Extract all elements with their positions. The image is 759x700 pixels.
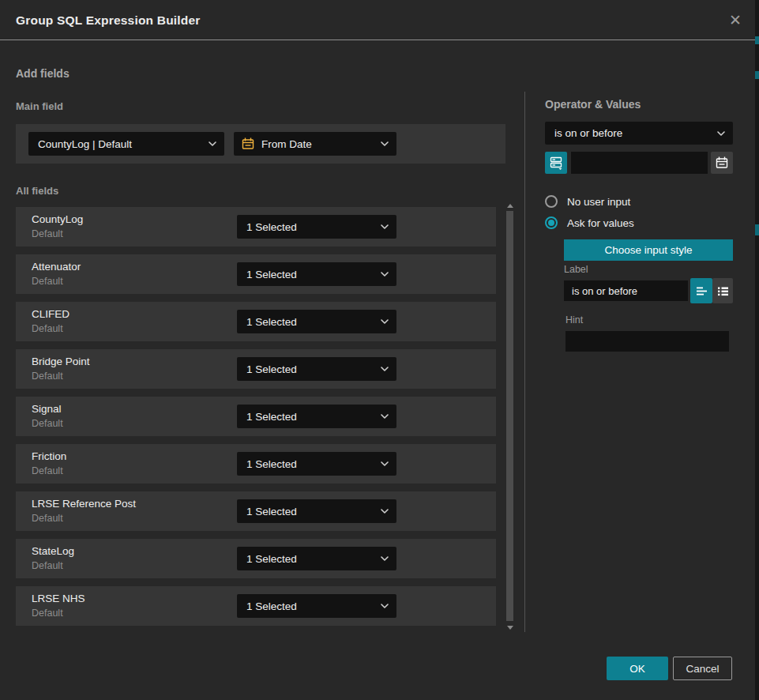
field-selected-value: 1 Selected bbox=[246, 316, 297, 328]
radio-circle-icon bbox=[545, 216, 558, 229]
field-row: StateLog Default 1 Selected bbox=[16, 539, 496, 578]
field-selected-dropdown[interactable]: 1 Selected bbox=[237, 262, 396, 286]
chevron-down-icon bbox=[381, 604, 389, 608]
field-selected-dropdown[interactable]: 1 Selected bbox=[237, 452, 396, 476]
chevron-down-icon bbox=[381, 461, 389, 466]
layer-select[interactable]: CountyLog | Default bbox=[28, 132, 224, 156]
field-name: CLIFED bbox=[32, 308, 70, 320]
field-row: LRSE NHS Default 1 Selected bbox=[16, 586, 496, 626]
field-selected-dropdown[interactable]: 1 Selected bbox=[237, 310, 396, 333]
all-fields-label: All fields bbox=[16, 185, 58, 197]
main-field-label: Main field bbox=[16, 100, 63, 112]
scroll-up-icon[interactable] bbox=[507, 204, 513, 208]
field-row: LRSE Reference Post Default 1 Selected bbox=[16, 491, 496, 531]
field-name: Attenuator bbox=[32, 261, 81, 273]
operator-select[interactable]: is on or before bbox=[545, 122, 733, 145]
chevron-down-icon bbox=[209, 141, 216, 146]
radio-option[interactable]: Ask for values bbox=[545, 216, 634, 230]
field-selected-dropdown[interactable]: 1 Selected bbox=[237, 499, 396, 523]
chevron-down-icon bbox=[381, 414, 389, 419]
scroll-down-icon[interactable] bbox=[507, 626, 513, 630]
all-fields-list: CountyLog Default 1 Selected Attenuator … bbox=[16, 207, 496, 634]
label-input[interactable] bbox=[564, 280, 688, 301]
field-selected-value: 1 Selected bbox=[246, 411, 297, 423]
field-row: Attenuator Default 1 Selected bbox=[16, 254, 496, 294]
chevron-down-icon bbox=[381, 224, 389, 229]
field-selected-dropdown[interactable]: 1 Selected bbox=[237, 547, 396, 570]
field-selected-value: 1 Selected bbox=[246, 506, 297, 517]
field-name: Signal bbox=[32, 403, 62, 415]
field-selected-dropdown[interactable]: 1 Selected bbox=[237, 405, 396, 428]
dialog-header: Group SQL Expression Builder ✕ bbox=[0, 0, 755, 40]
chevron-down-icon bbox=[381, 556, 389, 561]
chevron-down-icon bbox=[381, 319, 389, 324]
field-subtitle: Default bbox=[32, 323, 63, 334]
date-field-select-value: From Date bbox=[261, 138, 312, 150]
chevron-down-icon bbox=[717, 131, 725, 136]
chevron-down-icon bbox=[381, 141, 389, 146]
hint-field-label: Hint bbox=[565, 314, 583, 326]
main-field-panel: CountyLog | Default From Date bbox=[16, 124, 505, 164]
field-subtitle: Default bbox=[32, 228, 63, 239]
date-field-select[interactable]: From Date bbox=[234, 132, 396, 156]
choose-input-style-button[interactable]: Choose input style bbox=[564, 239, 733, 261]
align-left-style-button[interactable] bbox=[690, 278, 712, 303]
list-scrollbar bbox=[506, 202, 514, 634]
field-name: LRSE NHS bbox=[32, 593, 85, 604]
field-row: Signal Default 1 Selected bbox=[16, 397, 496, 436]
radio-option[interactable]: No user input bbox=[545, 194, 630, 209]
field-subtitle: Default bbox=[32, 513, 63, 524]
panel-divider bbox=[524, 92, 525, 632]
field-selected-value: 1 Selected bbox=[246, 269, 297, 280]
field-name: Friction bbox=[32, 450, 66, 462]
field-name: CountyLog bbox=[32, 213, 83, 225]
operator-select-value: is on or before bbox=[554, 127, 622, 139]
field-name: StateLog bbox=[32, 545, 74, 557]
field-subtitle: Default bbox=[32, 608, 63, 619]
scrollbar-thumb[interactable] bbox=[506, 211, 513, 621]
ok-button[interactable]: OK bbox=[607, 657, 668, 680]
background-edge-accent bbox=[755, 36, 759, 44]
field-name: Bridge Point bbox=[32, 356, 90, 367]
field-selected-value: 1 Selected bbox=[246, 363, 297, 375]
background-edge-strip bbox=[755, 0, 759, 700]
field-selected-dropdown[interactable]: 1 Selected bbox=[237, 215, 396, 239]
hint-input[interactable] bbox=[565, 331, 729, 352]
field-selected-value: 1 Selected bbox=[246, 221, 297, 233]
close-icon[interactable]: ✕ bbox=[725, 10, 746, 31]
field-subtitle: Default bbox=[32, 560, 63, 571]
date-picker-button[interactable] bbox=[711, 152, 733, 174]
field-selected-dropdown[interactable]: 1 Selected bbox=[237, 357, 396, 381]
input-style-button[interactable] bbox=[545, 152, 567, 174]
radio-label: Ask for values bbox=[567, 217, 634, 229]
field-row: CountyLog Default 1 Selected bbox=[16, 207, 496, 247]
operator-values-heading: Operator & Values bbox=[545, 98, 641, 111]
layer-select-value: CountyLog | Default bbox=[38, 138, 132, 150]
list-style-button[interactable] bbox=[712, 278, 733, 303]
background-edge-accent bbox=[755, 71, 759, 79]
radio-label: No user input bbox=[567, 196, 630, 208]
field-selected-dropdown[interactable]: 1 Selected bbox=[237, 594, 396, 618]
field-subtitle: Default bbox=[32, 371, 63, 382]
date-value-input[interactable] bbox=[571, 152, 708, 174]
field-selected-value: 1 Selected bbox=[246, 600, 297, 612]
calendar-icon bbox=[242, 137, 254, 150]
label-field-label: Label bbox=[564, 264, 588, 275]
field-subtitle: Default bbox=[32, 418, 63, 429]
field-selected-value: 1 Selected bbox=[246, 553, 297, 565]
chevron-down-icon bbox=[381, 272, 389, 277]
chevron-down-icon bbox=[381, 367, 389, 371]
field-row: Bridge Point Default 1 Selected bbox=[16, 349, 496, 389]
dialog-title: Group SQL Expression Builder bbox=[16, 0, 201, 40]
background-edge-accent bbox=[755, 224, 759, 235]
field-name: LRSE Reference Post bbox=[32, 498, 136, 510]
field-row: Friction Default 1 Selected bbox=[16, 444, 496, 484]
field-selected-value: 1 Selected bbox=[246, 458, 297, 470]
chevron-down-icon bbox=[381, 509, 389, 514]
field-row: CLIFED Default 1 Selected bbox=[16, 302, 496, 341]
field-subtitle: Default bbox=[32, 465, 63, 476]
field-subtitle: Default bbox=[32, 276, 63, 287]
radio-circle-icon bbox=[545, 195, 558, 208]
add-fields-heading: Add fields bbox=[16, 67, 70, 80]
cancel-button[interactable]: Cancel bbox=[673, 657, 732, 680]
